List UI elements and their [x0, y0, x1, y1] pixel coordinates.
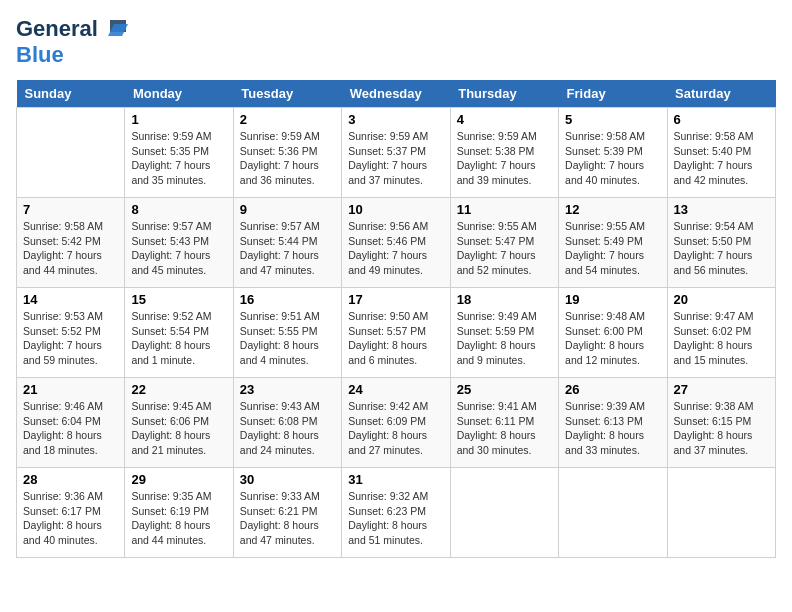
day-number: 25 [457, 382, 552, 397]
calendar-day-cell: 9Sunrise: 9:57 AMSunset: 5:44 PMDaylight… [233, 198, 341, 288]
day-number: 4 [457, 112, 552, 127]
day-number: 14 [23, 292, 118, 307]
day-number: 27 [674, 382, 769, 397]
calendar-day-cell: 24Sunrise: 9:42 AMSunset: 6:09 PMDayligh… [342, 378, 450, 468]
calendar-day-cell: 7Sunrise: 9:58 AMSunset: 5:42 PMDaylight… [17, 198, 125, 288]
day-number: 16 [240, 292, 335, 307]
weekday-header: Friday [559, 80, 667, 108]
day-info: Sunrise: 9:50 AMSunset: 5:57 PMDaylight:… [348, 309, 443, 368]
day-info: Sunrise: 9:35 AMSunset: 6:19 PMDaylight:… [131, 489, 226, 548]
calendar-day-cell: 11Sunrise: 9:55 AMSunset: 5:47 PMDayligh… [450, 198, 558, 288]
calendar-day-cell: 27Sunrise: 9:38 AMSunset: 6:15 PMDayligh… [667, 378, 775, 468]
calendar-day-cell: 15Sunrise: 9:52 AMSunset: 5:54 PMDayligh… [125, 288, 233, 378]
day-info: Sunrise: 9:59 AMSunset: 5:36 PMDaylight:… [240, 129, 335, 188]
weekday-header: Wednesday [342, 80, 450, 108]
day-number: 29 [131, 472, 226, 487]
day-info: Sunrise: 9:46 AMSunset: 6:04 PMDaylight:… [23, 399, 118, 458]
calendar-day-cell: 13Sunrise: 9:54 AMSunset: 5:50 PMDayligh… [667, 198, 775, 288]
day-number: 13 [674, 202, 769, 217]
calendar-week-row: 14Sunrise: 9:53 AMSunset: 5:52 PMDayligh… [17, 288, 776, 378]
day-number: 20 [674, 292, 769, 307]
calendar-day-cell: 25Sunrise: 9:41 AMSunset: 6:11 PMDayligh… [450, 378, 558, 468]
day-info: Sunrise: 9:55 AMSunset: 5:47 PMDaylight:… [457, 219, 552, 278]
day-number: 5 [565, 112, 660, 127]
day-number: 15 [131, 292, 226, 307]
day-info: Sunrise: 9:59 AMSunset: 5:38 PMDaylight:… [457, 129, 552, 188]
day-number: 17 [348, 292, 443, 307]
calendar-day-cell: 16Sunrise: 9:51 AMSunset: 5:55 PMDayligh… [233, 288, 341, 378]
day-number: 2 [240, 112, 335, 127]
calendar-week-row: 7Sunrise: 9:58 AMSunset: 5:42 PMDaylight… [17, 198, 776, 288]
calendar-day-cell: 18Sunrise: 9:49 AMSunset: 5:59 PMDayligh… [450, 288, 558, 378]
calendar: SundayMondayTuesdayWednesdayThursdayFrid… [16, 80, 776, 558]
day-number: 1 [131, 112, 226, 127]
day-number: 28 [23, 472, 118, 487]
header-row: SundayMondayTuesdayWednesdayThursdayFrid… [17, 80, 776, 108]
day-info: Sunrise: 9:48 AMSunset: 6:00 PMDaylight:… [565, 309, 660, 368]
calendar-day-cell: 19Sunrise: 9:48 AMSunset: 6:00 PMDayligh… [559, 288, 667, 378]
day-info: Sunrise: 9:42 AMSunset: 6:09 PMDaylight:… [348, 399, 443, 458]
day-info: Sunrise: 9:45 AMSunset: 6:06 PMDaylight:… [131, 399, 226, 458]
calendar-day-cell: 4Sunrise: 9:59 AMSunset: 5:38 PMDaylight… [450, 108, 558, 198]
day-info: Sunrise: 9:41 AMSunset: 6:11 PMDaylight:… [457, 399, 552, 458]
day-number: 7 [23, 202, 118, 217]
calendar-week-row: 1Sunrise: 9:59 AMSunset: 5:35 PMDaylight… [17, 108, 776, 198]
day-info: Sunrise: 9:38 AMSunset: 6:15 PMDaylight:… [674, 399, 769, 458]
weekday-header: Saturday [667, 80, 775, 108]
day-info: Sunrise: 9:57 AMSunset: 5:44 PMDaylight:… [240, 219, 335, 278]
calendar-day-cell: 29Sunrise: 9:35 AMSunset: 6:19 PMDayligh… [125, 468, 233, 558]
calendar-day-cell [17, 108, 125, 198]
day-info: Sunrise: 9:43 AMSunset: 6:08 PMDaylight:… [240, 399, 335, 458]
calendar-day-cell: 8Sunrise: 9:57 AMSunset: 5:43 PMDaylight… [125, 198, 233, 288]
calendar-day-cell [450, 468, 558, 558]
calendar-header: SundayMondayTuesdayWednesdayThursdayFrid… [17, 80, 776, 108]
day-info: Sunrise: 9:47 AMSunset: 6:02 PMDaylight:… [674, 309, 769, 368]
calendar-day-cell: 14Sunrise: 9:53 AMSunset: 5:52 PMDayligh… [17, 288, 125, 378]
day-number: 8 [131, 202, 226, 217]
day-number: 10 [348, 202, 443, 217]
calendar-day-cell: 2Sunrise: 9:59 AMSunset: 5:36 PMDaylight… [233, 108, 341, 198]
day-number: 12 [565, 202, 660, 217]
calendar-day-cell: 6Sunrise: 9:58 AMSunset: 5:40 PMDaylight… [667, 108, 775, 198]
day-info: Sunrise: 9:51 AMSunset: 5:55 PMDaylight:… [240, 309, 335, 368]
day-info: Sunrise: 9:56 AMSunset: 5:46 PMDaylight:… [348, 219, 443, 278]
day-number: 11 [457, 202, 552, 217]
day-info: Sunrise: 9:52 AMSunset: 5:54 PMDaylight:… [131, 309, 226, 368]
day-number: 22 [131, 382, 226, 397]
calendar-body: 1Sunrise: 9:59 AMSunset: 5:35 PMDaylight… [17, 108, 776, 558]
day-info: Sunrise: 9:32 AMSunset: 6:23 PMDaylight:… [348, 489, 443, 548]
page-header: General Blue [16, 16, 776, 68]
day-info: Sunrise: 9:53 AMSunset: 5:52 PMDaylight:… [23, 309, 118, 368]
day-info: Sunrise: 9:59 AMSunset: 5:37 PMDaylight:… [348, 129, 443, 188]
day-info: Sunrise: 9:58 AMSunset: 5:40 PMDaylight:… [674, 129, 769, 188]
weekday-header: Monday [125, 80, 233, 108]
day-number: 6 [674, 112, 769, 127]
day-number: 21 [23, 382, 118, 397]
calendar-day-cell: 30Sunrise: 9:33 AMSunset: 6:21 PMDayligh… [233, 468, 341, 558]
day-info: Sunrise: 9:58 AMSunset: 5:39 PMDaylight:… [565, 129, 660, 188]
calendar-day-cell: 28Sunrise: 9:36 AMSunset: 6:17 PMDayligh… [17, 468, 125, 558]
calendar-day-cell: 23Sunrise: 9:43 AMSunset: 6:08 PMDayligh… [233, 378, 341, 468]
day-info: Sunrise: 9:59 AMSunset: 5:35 PMDaylight:… [131, 129, 226, 188]
day-info: Sunrise: 9:54 AMSunset: 5:50 PMDaylight:… [674, 219, 769, 278]
calendar-week-row: 21Sunrise: 9:46 AMSunset: 6:04 PMDayligh… [17, 378, 776, 468]
calendar-week-row: 28Sunrise: 9:36 AMSunset: 6:17 PMDayligh… [17, 468, 776, 558]
day-number: 23 [240, 382, 335, 397]
logo-general: General [16, 16, 98, 42]
calendar-day-cell: 17Sunrise: 9:50 AMSunset: 5:57 PMDayligh… [342, 288, 450, 378]
day-number: 24 [348, 382, 443, 397]
day-number: 9 [240, 202, 335, 217]
calendar-day-cell: 31Sunrise: 9:32 AMSunset: 6:23 PMDayligh… [342, 468, 450, 558]
calendar-day-cell: 26Sunrise: 9:39 AMSunset: 6:13 PMDayligh… [559, 378, 667, 468]
day-number: 19 [565, 292, 660, 307]
logo: General Blue [16, 16, 128, 68]
day-info: Sunrise: 9:33 AMSunset: 6:21 PMDaylight:… [240, 489, 335, 548]
day-info: Sunrise: 9:36 AMSunset: 6:17 PMDaylight:… [23, 489, 118, 548]
day-number: 30 [240, 472, 335, 487]
calendar-day-cell: 10Sunrise: 9:56 AMSunset: 5:46 PMDayligh… [342, 198, 450, 288]
calendar-day-cell: 3Sunrise: 9:59 AMSunset: 5:37 PMDaylight… [342, 108, 450, 198]
calendar-day-cell: 22Sunrise: 9:45 AMSunset: 6:06 PMDayligh… [125, 378, 233, 468]
calendar-day-cell: 21Sunrise: 9:46 AMSunset: 6:04 PMDayligh… [17, 378, 125, 468]
weekday-header: Sunday [17, 80, 125, 108]
day-info: Sunrise: 9:49 AMSunset: 5:59 PMDaylight:… [457, 309, 552, 368]
